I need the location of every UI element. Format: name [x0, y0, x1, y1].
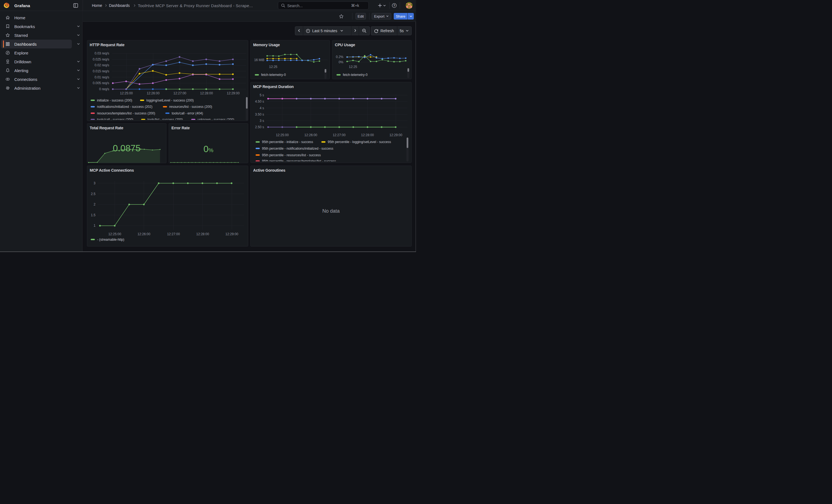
svg-text:12:28:00: 12:28:00 — [200, 91, 213, 95]
svg-text:12:28:00: 12:28:00 — [361, 133, 374, 137]
svg-text:12:25:00: 12:25:00 — [120, 91, 133, 95]
svg-text:0 req/s: 0 req/s — [99, 87, 109, 91]
svg-text:12:25: 12:25 — [269, 65, 277, 69]
svg-text:2.5: 2.5 — [91, 192, 96, 196]
svg-text:logging/setLevel - success (20: logging/setLevel - success (200) — [146, 99, 194, 102]
svg-text:0%: 0% — [339, 60, 344, 64]
svg-text:- (streamable-http): - (streamable-http) — [97, 238, 124, 242]
svg-text:12:25:00: 12:25:00 — [108, 232, 121, 236]
svg-text:?: ? — [393, 4, 395, 7]
svg-text:0.2%: 0.2% — [336, 55, 344, 59]
svg-text:95th percentile - logging/setL: 95th percentile - logging/setLevel - suc… — [328, 140, 391, 144]
svg-text:5 s: 5 s — [260, 93, 264, 97]
svg-text:0.01 req/s: 0.01 req/s — [95, 75, 109, 79]
svg-text:1: 1 — [94, 224, 96, 228]
svg-text:95th percentile - notification: 95th percentile - notifications/initiali… — [262, 147, 333, 151]
svg-text:12:27:00: 12:27:00 — [173, 91, 186, 95]
svg-text:tools/call - error (404): tools/call - error (404) — [172, 111, 203, 115]
svg-text:4 s: 4 s — [260, 106, 264, 110]
svg-text:12:28:00: 12:28:00 — [196, 232, 209, 236]
svg-text:12:26:00: 12:26:00 — [304, 133, 317, 137]
svg-text:12:29:00: 12:29:00 — [389, 133, 402, 137]
svg-text:12:27:00: 12:27:00 — [167, 232, 180, 236]
svg-text:16 MiB: 16 MiB — [254, 58, 264, 62]
svg-text:12:26:00: 12:26:00 — [137, 232, 151, 236]
svg-text:resources/templates/list - suc: resources/templates/list - success (200) — [97, 111, 155, 115]
svg-text:95th percentile - resources/li: 95th percentile - resources/list - succe… — [262, 153, 321, 157]
svg-text:fetch-telemetry-0: fetch-telemetry-0 — [343, 73, 368, 77]
svg-text:1.5: 1.5 — [91, 213, 96, 217]
svg-text:12:25:00: 12:25:00 — [276, 133, 289, 137]
svg-text:0.015 req/s: 0.015 req/s — [93, 69, 109, 73]
svg-text:resources/list - success (200): resources/list - success (200) — [169, 105, 212, 109]
svg-text:notifications/initialized - su: notifications/initialized - success (202… — [97, 105, 152, 109]
svg-text:fetch-telemetry-0: fetch-telemetry-0 — [261, 73, 286, 77]
svg-text:12:29:00: 12:29:00 — [225, 232, 238, 236]
svg-text:12:27:00: 12:27:00 — [333, 133, 345, 137]
svg-text:3.50 s: 3.50 s — [255, 112, 264, 116]
svg-text:0.03 req/s: 0.03 req/s — [95, 51, 109, 55]
svg-text:2.50 s: 2.50 s — [255, 125, 264, 129]
svg-text:4.50 s: 4.50 s — [255, 100, 264, 103]
svg-text:12:26:00: 12:26:00 — [147, 91, 160, 95]
svg-text:0.02 req/s: 0.02 req/s — [95, 63, 109, 67]
svg-text:95th percentile - initialize -: 95th percentile - initialize - success — [262, 140, 313, 144]
svg-text:3 s: 3 s — [260, 119, 264, 123]
svg-text:12:25: 12:25 — [349, 65, 357, 69]
svg-text:3: 3 — [94, 181, 96, 185]
svg-text:2: 2 — [94, 203, 96, 206]
svg-text:0.005 req/s: 0.005 req/s — [93, 81, 109, 85]
svg-text:0.025 req/s: 0.025 req/s — [93, 57, 109, 61]
svg-text:12:29:00: 12:29:00 — [227, 91, 240, 95]
svg-text:initialize - success (200): initialize - success (200) — [97, 99, 132, 102]
